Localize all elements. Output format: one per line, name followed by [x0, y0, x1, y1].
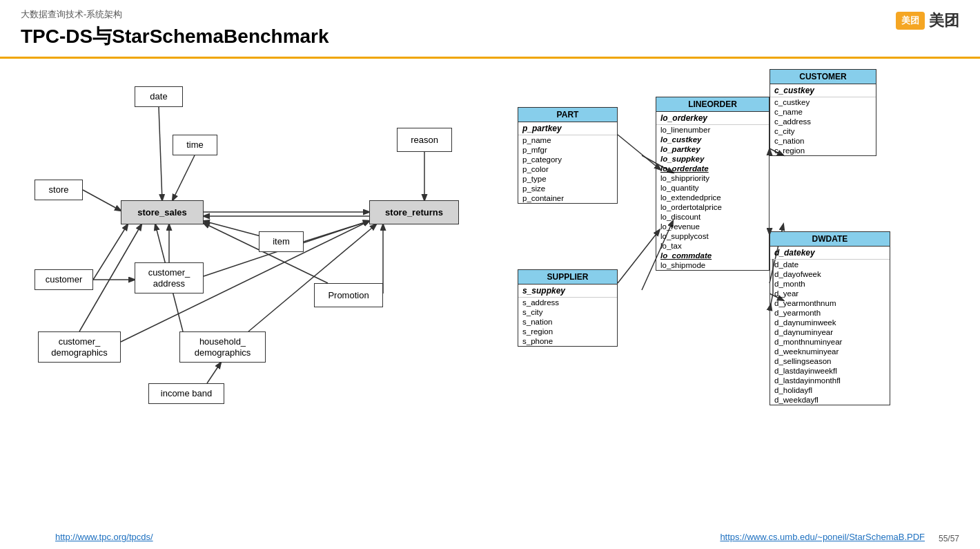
table-dwdate: DWDATE d_datekey d_date d_dayofweek d_mo…	[770, 231, 890, 405]
svg-line-2	[83, 190, 121, 211]
entity-household-demo: household_demographics	[179, 331, 266, 363]
svg-line-24	[618, 135, 656, 166]
entity-customer-address: customer_address	[135, 262, 204, 293]
logo-area: 美团 美团	[896, 10, 959, 31]
table-customer: CUSTOMER c_custkey c_custkey c_name c_ad…	[770, 69, 876, 156]
table-part: PART p_partkey p_name p_mfgr p_category …	[518, 107, 618, 204]
header: 大数据查询技术-系统架构 TPC-DS与StarSchemaBenchmark	[0, 0, 980, 59]
svg-line-0	[159, 107, 162, 200]
header-title: TPC-DS与StarSchemaBenchmark	[21, 23, 959, 50]
entity-date: date	[135, 86, 183, 107]
right-link[interactable]: https://www.cs.umb.edu/~poneil/StarSchem…	[720, 532, 925, 542]
svg-line-6	[304, 221, 369, 242]
entity-store-returns: store_returns	[369, 200, 459, 224]
tpcds-diagram: date time store store_sales store_return…	[14, 66, 518, 549]
svg-line-1	[173, 155, 195, 200]
logo-text: 美团	[929, 10, 959, 31]
entity-item: item	[259, 231, 304, 252]
entity-reason: reason	[397, 128, 452, 152]
entity-time: time	[173, 135, 217, 155]
table-supplier: SUPPLIER s_suppkey s_address s_city s_na…	[518, 269, 618, 347]
logo-box: 美团	[896, 12, 925, 30]
svg-line-18	[207, 363, 221, 383]
entity-store: store	[35, 180, 83, 200]
entity-income-band: income band	[148, 383, 224, 404]
bottom-links: http://www.tpc.org/tpcds/ https://www.cs…	[0, 532, 980, 542]
entity-promotion: Promotion	[314, 283, 383, 307]
header-subtitle: 大数据查询技术-系统架构	[21, 8, 959, 21]
left-link[interactable]: http://www.tpc.org/tpcds/	[55, 532, 153, 542]
page-number: 55/57	[939, 534, 959, 543]
entity-store-sales: store_sales	[121, 200, 204, 224]
main-content: date time store store_sales store_return…	[0, 59, 980, 549]
entity-customer: customer	[35, 269, 93, 290]
starschema-diagram: CUSTOMER c_custkey c_custkey c_name c_ad…	[518, 66, 966, 549]
table-lineorder: LINEORDER lo_orderkey lo_linenumber lo_c…	[656, 97, 770, 271]
svg-line-25	[618, 235, 656, 283]
svg-line-8	[93, 224, 128, 280]
entity-customer-demo: customer_demographics	[38, 331, 121, 363]
